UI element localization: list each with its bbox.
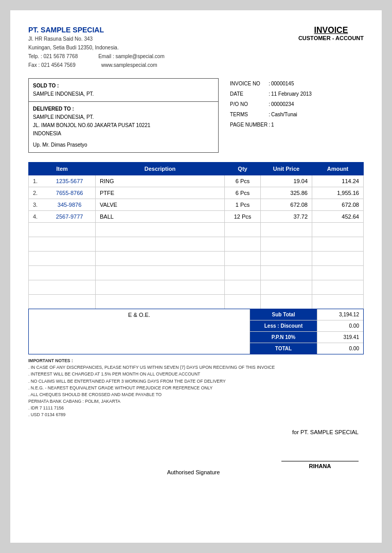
- detail-row-invoice-no: INVOICE NO : 00000145: [230, 79, 312, 88]
- item-cell: 2. 7655-8766: [29, 187, 96, 199]
- table-row: 4. 2567-9777 BALL 12 Pcs 37.72 452.64: [29, 211, 364, 223]
- item-code: 1235-5677: [56, 178, 83, 184]
- unit-price-cell: 37.72: [261, 211, 312, 223]
- delivered-to-address1: JL. IMAM BONJOL NO.60 JAKARTA PUSAT 1022…: [33, 121, 214, 130]
- amount-cell: 452.64: [312, 211, 364, 223]
- empty-item: [29, 223, 96, 237]
- table-row: 2. 7655-8766 PTFE 6 Pcs 325.86 1,955.16: [29, 187, 364, 199]
- sub-total-value: 3,194.12: [317, 309, 363, 320]
- description-cell: BALL: [96, 211, 225, 223]
- company-fax: Fax : 021 4564 7569: [28, 61, 76, 69]
- date-value: 11 February 2013: [271, 90, 312, 99]
- delivered-to-label: DELIVERED TO :: [33, 105, 214, 113]
- item-cell: 3. 345-9876: [29, 199, 96, 211]
- ppn-row: P.P.N 10% 319.41: [250, 332, 363, 343]
- signature-block: RIHANA Authorised Signature: [28, 461, 359, 475]
- col-header-item: Item: [29, 163, 96, 175]
- empty-desc: [96, 280, 225, 295]
- colon2: :: [269, 90, 270, 99]
- invoice-details: INVOICE NO : 00000145 DATE : 11 February…: [229, 78, 373, 153]
- address-boxes: SOLD TO : SAMPLE INDONESIA, PT. DELIVERE…: [28, 78, 219, 153]
- empty-price: [261, 266, 312, 280]
- empty-qty: [225, 280, 261, 295]
- note-line: PERMATA BANK CABANG : POLIM, JAKARTA: [28, 398, 364, 405]
- footer-section: E & O.E. Sub Total 3,194.12 Less : Disco…: [28, 309, 364, 354]
- unit-price-cell: 19.04: [261, 175, 312, 187]
- total-value: 0.00: [317, 343, 363, 354]
- empty-row: [29, 266, 364, 280]
- company-email: Email : sample@special.com: [98, 52, 165, 60]
- sold-to-label: SOLD TO :: [33, 82, 214, 90]
- col-header-amount: Amount: [312, 163, 364, 175]
- notes-section: IMPORTANT NOTES : . IN CASE OF ANY DISCR…: [28, 358, 364, 419]
- for-company: for PT. SAMPLE SPECIAL: [28, 429, 359, 435]
- note-line: . N.E.G. - NEAREST EQUIVALENT GRADE WITH…: [28, 385, 364, 391]
- delivered-to-address2: INDONESIA: [33, 130, 214, 138]
- description-cell: VALVE: [96, 199, 225, 211]
- empty-price: [261, 280, 312, 295]
- empty-price: [261, 295, 312, 309]
- item-number: 4.: [33, 213, 38, 220]
- sold-to-box: SOLD TO : SAMPLE INDONESIA, PT.: [28, 78, 219, 102]
- note-line: . INTEREST WILL BE CHARGED AT 1.5% PER M…: [28, 371, 364, 378]
- col-header-qty: Qty: [225, 163, 261, 175]
- page-value: 1: [271, 120, 312, 130]
- colon1: :: [269, 79, 270, 88]
- item-cell: 1. 1235-5677: [29, 175, 96, 187]
- item-number: 1.: [33, 178, 38, 184]
- empty-row: [29, 252, 364, 266]
- empty-desc: [96, 252, 225, 266]
- empty-item: [29, 280, 96, 295]
- note-line: . IN CASE OF ANY DISCREPANCIES, PLEASE N…: [28, 364, 364, 371]
- invoice-details-table: INVOICE NO : 00000145 DATE : 11 February…: [229, 78, 313, 131]
- empty-row: [29, 237, 364, 252]
- empty-item: [29, 295, 96, 309]
- item-code: 7655-8766: [56, 190, 83, 196]
- empty-amount: [312, 252, 364, 266]
- empty-price: [261, 223, 312, 237]
- detail-row-terms: TERMS : Cash/Tunai: [230, 110, 312, 119]
- item-code: 345-9876: [58, 202, 82, 208]
- colon4: :: [269, 110, 270, 119]
- note-line: . IDR 7 1111 7156: [28, 405, 364, 412]
- unit-price-cell: 672.08: [261, 199, 312, 211]
- invoice-no-label: INVOICE NO: [230, 79, 268, 88]
- table-header-row: Item Description Qty Unit Price Amount: [29, 163, 364, 175]
- address-section: SOLD TO : SAMPLE INDONESIA, PT. DELIVERE…: [28, 78, 364, 153]
- signature-area: for PT. SAMPLE SPECIAL RIHANA Authorised…: [28, 429, 364, 475]
- empty-desc: [96, 223, 225, 237]
- invoice-subtitle: CUSTOMER - ACCOUNT: [298, 35, 364, 41]
- qty-cell: 1 Pcs: [225, 199, 261, 211]
- delivered-to-box: DELIVERED TO : SAMPLE INDONESIA, PT. JL.…: [28, 102, 219, 153]
- empty-item: [29, 237, 96, 252]
- totals-section: Sub Total 3,194.12 Less : Discount 0.00 …: [250, 309, 363, 354]
- unit-price-cell: 325.86: [261, 187, 312, 199]
- terms-label: TERMS: [230, 110, 268, 119]
- company-website: www.samplespecial.com: [101, 61, 157, 69]
- qty-cell: 6 Pcs: [225, 175, 261, 187]
- total-label: TOTAL: [250, 343, 317, 354]
- empty-amount: [312, 237, 364, 252]
- amount-cell: 672.08: [312, 199, 364, 211]
- discount-row: Less : Discount 0.00: [250, 320, 363, 332]
- amount-cell: 114.24: [312, 175, 364, 187]
- important-notes: IMPORTANT NOTES : . IN CASE OF ANY DISCR…: [28, 358, 364, 419]
- delivered-to-name: SAMPLE INDONESIA, PT.: [33, 113, 214, 121]
- terms-value: Cash/Tunai: [271, 110, 312, 119]
- items-table: Item Description Qty Unit Price Amount 1…: [28, 162, 364, 309]
- colon3: :: [269, 100, 270, 109]
- empty-desc: [96, 266, 225, 280]
- empty-row: [29, 280, 364, 295]
- empty-qty: [225, 266, 261, 280]
- item-code: 2567-9777: [56, 213, 83, 220]
- table-row: 3. 345-9876 VALVE 1 Pcs 672.08 672.08: [29, 199, 364, 211]
- empty-qty: [225, 295, 261, 309]
- ppn-label: P.P.N 10%: [250, 332, 317, 343]
- detail-row-date: DATE : 11 February 2013: [230, 90, 312, 99]
- note-line: . NO CLAIMS WILL BE ENTERTAINED AFTER 3 …: [28, 378, 364, 385]
- company-telp: Telp. : 021 5678 7768: [28, 52, 78, 60]
- item-number: 2.: [33, 190, 38, 196]
- empty-row: [29, 223, 364, 237]
- sold-to-name: SAMPLE INDONESIA, PT.: [33, 90, 214, 98]
- notes-title: IMPORTANT NOTES :: [28, 358, 364, 364]
